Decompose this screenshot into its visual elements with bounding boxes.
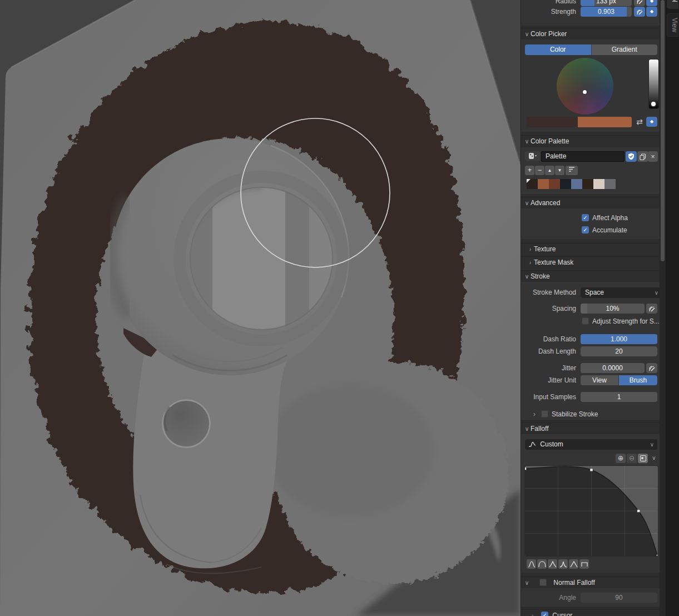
panel-header-cursor[interactable]: › ✓ Cursor — [521, 609, 660, 616]
palette-name-field[interactable]: Palette — [541, 151, 625, 162]
affect-alpha-checkbox[interactable]: ✓ — [582, 214, 589, 221]
panel-header-falloff[interactable]: ∨Falloff — [521, 423, 660, 434]
scrollbar-thumb[interactable] — [661, 0, 665, 261]
palette-swatch[interactable] — [549, 179, 560, 189]
spacing-pressure-icon[interactable] — [646, 304, 657, 314]
panel-header-texture[interactable]: ›Texture — [521, 243, 660, 255]
panel-header-advanced[interactable]: ∨Advanced — [521, 197, 660, 208]
palette-swatch[interactable] — [593, 179, 604, 189]
palette-remove-button[interactable]: − — [535, 166, 544, 175]
panel-header-normal-falloff[interactable]: ∨ Normal Falloff — [521, 577, 660, 588]
dash-length-slider[interactable]: 20 — [581, 346, 657, 356]
palette-move-up-button[interactable]: ▲ — [545, 166, 554, 175]
preset-sphere-icon[interactable] — [537, 559, 547, 569]
jitter-slider[interactable]: 0.0000 — [581, 363, 645, 373]
palette-swatch[interactable] — [538, 179, 549, 189]
input-samples-value: 1 — [581, 392, 657, 402]
palette-swatch[interactable] — [527, 179, 538, 189]
spacing-row: Spacing 10% — [521, 304, 660, 314]
dash-ratio-label: Dash Ratio — [521, 334, 576, 344]
palette-swatch[interactable] — [560, 179, 571, 189]
strength-row: Strength 0.903 ◆ — [521, 7, 660, 17]
palette-swatch[interactable] — [571, 179, 582, 189]
curve-zoom-in-icon[interactable]: ⊕ — [616, 454, 626, 463]
secondary-color-swatch[interactable] — [578, 117, 632, 127]
jitter-pressure-icon[interactable] — [646, 363, 657, 373]
angle-slider[interactable]: 90 — [581, 593, 657, 603]
panel-header-stroke[interactable]: ∨Stroke — [521, 270, 660, 282]
sidebar-tabstrip: Tool View — [666, 0, 679, 616]
stroke-method-dropdown[interactable]: Space ∨ — [581, 287, 660, 298]
color-gradient-toggle: Color Gradient — [525, 44, 657, 55]
palette-browse-button[interactable] — [525, 151, 540, 161]
spacing-slider[interactable]: 10% — [581, 304, 645, 314]
curve-clipping-icon[interactable] — [638, 454, 648, 463]
palette-add-button[interactable]: + — [525, 166, 534, 175]
color-picker-title: Color Picker — [531, 30, 567, 38]
color-tab[interactable]: Color — [525, 44, 592, 55]
radius-pressure-icon[interactable] — [634, 0, 645, 6]
color-wheel-cursor[interactable] — [583, 90, 587, 94]
spacing-label: Spacing — [521, 304, 576, 314]
color-palette-title: Color Palette — [531, 137, 569, 145]
palette-move-down-button[interactable]: ▼ — [555, 166, 564, 175]
strength-pressure-icon[interactable] — [634, 7, 645, 17]
accumulate-label: Accumulate — [592, 225, 627, 235]
normal-falloff-checkbox[interactable] — [539, 579, 547, 586]
adjust-strength-checkbox[interactable] — [582, 317, 589, 325]
jitter-value: 0.0000 — [581, 363, 645, 373]
palette-swatch[interactable] — [604, 179, 616, 189]
value-slider[interactable] — [649, 59, 658, 108]
preset-constant-icon[interactable] — [579, 559, 589, 569]
input-samples-row: Input Samples 1 — [521, 392, 660, 402]
value-slider-handle[interactable] — [651, 102, 656, 106]
panel-header-color-palette[interactable]: ∨Color Palette — [521, 135, 660, 147]
accumulate-row: ✓ Accumulate — [521, 225, 660, 234]
viewport-3d[interactable] — [0, 0, 521, 616]
stroke-method-value: Space — [585, 289, 604, 296]
primary-color-swatch[interactable] — [527, 117, 578, 127]
strength-slider[interactable]: 0.903 — [581, 7, 632, 17]
radius-label: Radius — [521, 0, 576, 6]
radius-slider[interactable]: 133 px — [581, 0, 632, 6]
panel-header-texture-mask[interactable]: ›Texture Mask — [521, 256, 660, 268]
flip-colors-icon[interactable]: ⇄ — [634, 117, 645, 127]
color-wheel[interactable] — [557, 58, 613, 115]
cursor-checkbox[interactable]: ✓ — [541, 612, 548, 616]
palette-sort-icon[interactable] — [566, 166, 578, 175]
preset-linear-icon[interactable] — [569, 559, 578, 569]
falloff-preset-dropdown[interactable]: Custom ∨ — [525, 439, 657, 450]
tab-view[interactable]: View — [667, 13, 678, 37]
panel-header-color-picker[interactable]: ∨Color Picker — [521, 28, 660, 39]
falloff-preset-value: Custom — [540, 440, 563, 448]
preset-sharp-icon[interactable] — [558, 559, 568, 569]
jitter-unit-brush-button[interactable]: Brush — [619, 375, 657, 385]
preset-root-icon[interactable] — [548, 559, 557, 569]
adjust-strength-label: Adjust Strength for S... — [592, 316, 660, 326]
angle-row: Angle 90 — [521, 593, 660, 603]
input-samples-slider[interactable]: 1 — [581, 392, 657, 402]
tab-tool[interactable]: Tool — [667, 0, 678, 9]
dash-ratio-slider[interactable]: 1.000 — [581, 334, 657, 344]
panel-scrollbar[interactable] — [660, 0, 666, 616]
stabilize-checkbox[interactable] — [541, 410, 548, 418]
curve-specials-menu-icon[interactable]: ∨ — [649, 454, 659, 463]
curve-zoom-out-icon[interactable]: ⊖ — [627, 454, 637, 463]
texture-title: Texture — [534, 245, 556, 253]
copy-icon[interactable] — [637, 151, 648, 162]
fake-user-shield-icon[interactable] — [626, 151, 637, 162]
unlink-close-icon[interactable]: × — [648, 151, 658, 162]
falloff-curve-widget[interactable] — [525, 466, 658, 556]
preset-smooth-icon[interactable] — [527, 559, 536, 569]
strength-animate-icon[interactable]: ◆ — [646, 7, 657, 17]
gradient-tab[interactable]: Gradient — [592, 44, 658, 55]
stabilize-expand-icon[interactable]: › — [533, 409, 536, 419]
color-animate-icon[interactable]: ◆ — [646, 117, 657, 127]
stroke-method-label: Stroke Method — [521, 287, 576, 297]
radius-animate-icon[interactable]: ◆ — [646, 0, 657, 6]
jitter-unit-view-button[interactable]: View — [581, 375, 618, 385]
accumulate-checkbox[interactable]: ✓ — [582, 226, 589, 234]
palette-swatch[interactable] — [582, 179, 593, 189]
stabilize-stroke-row[interactable]: › Stabilize Stroke — [521, 409, 660, 419]
affect-alpha-label: Affect Alpha — [592, 213, 628, 223]
